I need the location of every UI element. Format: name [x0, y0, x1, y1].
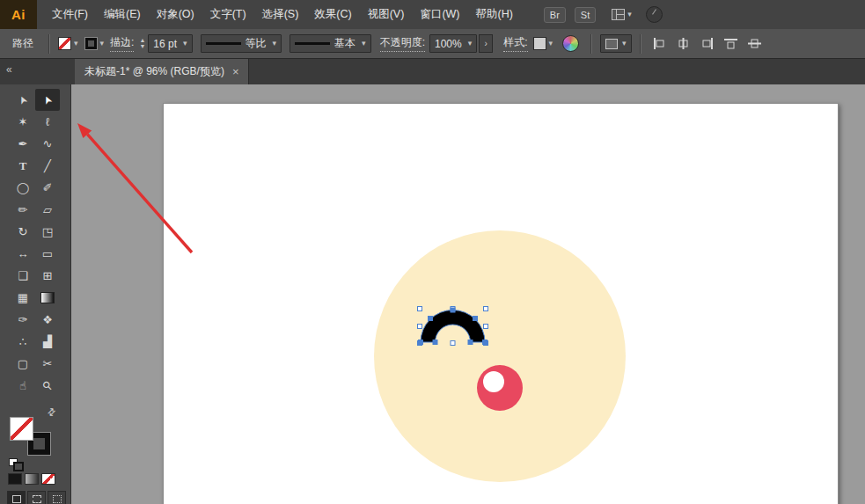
tool-column-graph[interactable]: ▟ [35, 331, 60, 353]
tool-slice[interactable]: ✂ [35, 353, 60, 375]
menu-bar-buttons: Br St ▾ [544, 6, 663, 23]
width-profile-dropdown[interactable]: 等比 ▾ [201, 34, 282, 53]
chevron-down-icon: ▾ [362, 40, 366, 47]
eraser-tool-icon: ▱ [43, 203, 52, 216]
app-logo: Ai [0, 0, 37, 29]
horizontal-align-center-icon[interactable] [677, 38, 690, 49]
menu-effect[interactable]: 效果(C) [306, 7, 359, 22]
menu-select[interactable]: 选择(S) [254, 7, 307, 22]
perspective-grid-tool-icon: ⊞ [43, 269, 53, 282]
tool-paintbrush[interactable]: ✐ [35, 177, 60, 199]
tool-selection[interactable]: ➤ [11, 89, 35, 111]
brush-definition-value: 基本 [334, 36, 356, 51]
fill-color-swatch[interactable] [10, 417, 33, 441]
tool-artboard[interactable]: ▢ [11, 353, 35, 375]
tool-scale[interactable]: ◳ [35, 221, 60, 243]
draw-normal-button[interactable] [7, 491, 26, 504]
close-tab-icon[interactable]: × [232, 66, 239, 77]
none-button[interactable] [41, 473, 55, 485]
draw-behind-button[interactable] [27, 491, 46, 504]
chevron-down-icon: ▾ [549, 40, 553, 47]
tool-line-segment[interactable]: ╱ [35, 155, 60, 177]
gradient-tool-icon [40, 292, 55, 303]
tool-hand[interactable]: ☝ [11, 375, 35, 397]
tool-zoom[interactable]: ⚲ [35, 375, 60, 397]
stroke-panel-link[interactable]: 描边: [110, 35, 134, 52]
tool-rotate[interactable]: ↻ [11, 221, 35, 243]
stroke-box-swatch-icon [84, 37, 98, 50]
tool-eyedropper[interactable]: ✑ [11, 309, 35, 331]
menu-object[interactable]: 对象(O) [149, 7, 202, 22]
brush-preview-icon [295, 42, 330, 45]
menu-file[interactable]: 文件(F) [44, 7, 96, 22]
blend-tool-icon: ❖ [42, 313, 53, 326]
artboard[interactable] [163, 103, 839, 504]
fill-color-dropdown[interactable]: ▾ [58, 37, 78, 50]
tool-pen[interactable]: ✒ [11, 133, 35, 155]
tool-symbol-sprayer[interactable]: ∴ [11, 331, 35, 353]
tool-shape-builder[interactable]: ❑ [11, 265, 35, 287]
tool-direct-selection[interactable]: ➤ [35, 89, 60, 111]
brush-definition-dropdown[interactable]: 基本 ▾ [290, 34, 371, 53]
tool-ellipse[interactable]: ◯ [11, 177, 35, 199]
menu-view[interactable]: 视图(V) [360, 7, 413, 22]
stroke-weight-value: 16 pt [153, 38, 177, 50]
align-buttons [653, 38, 761, 49]
chevron-down-icon: ▾ [273, 40, 277, 47]
tool-pencil[interactable]: ✏ [11, 199, 35, 221]
tool-mesh[interactable]: ▦ [11, 287, 35, 309]
tool-gradient[interactable] [35, 287, 60, 309]
document-tab[interactable]: 未标题-1* @ 96% (RGB/预览) × [75, 59, 249, 84]
draw-inside-button[interactable] [48, 491, 66, 504]
document-tab-title: 未标题-1* @ 96% (RGB/预览) [84, 64, 224, 79]
zoom-tool-icon: ⚲ [40, 378, 55, 393]
tool-curvature[interactable]: ∿ [35, 133, 60, 155]
stroke-weight-stepper[interactable]: ▲ ▼ [139, 38, 145, 49]
bridge-button[interactable]: Br [544, 7, 566, 23]
horizontal-align-left-icon[interactable] [653, 38, 666, 49]
tool-magic-wand[interactable]: ✶ [11, 111, 35, 133]
vertical-align-top-icon[interactable] [724, 38, 737, 49]
vertical-align-center-icon[interactable] [748, 38, 761, 49]
menu-help[interactable]: 帮助(H) [468, 7, 521, 22]
stepper-down-icon[interactable]: ▼ [139, 44, 145, 49]
horizontal-align-right-icon[interactable] [700, 38, 714, 49]
tool-eraser[interactable]: ▱ [35, 199, 60, 221]
default-fill-stroke-icon[interactable] [9, 458, 21, 469]
search-dial-icon[interactable] [646, 6, 663, 23]
mesh-tool-icon: ▦ [18, 291, 28, 304]
eyedropper-tool-icon: ✑ [18, 313, 28, 326]
stroke-weight-dropdown[interactable]: 16 pt ▾ [148, 34, 192, 53]
magic-wand-tool-icon: ✶ [18, 115, 28, 128]
tool-free-transform[interactable]: ▭ [35, 243, 60, 265]
opacity-expand-button[interactable]: › [479, 34, 493, 53]
color-button[interactable] [8, 473, 22, 485]
recolor-artwork-icon[interactable] [562, 35, 579, 52]
opacity-panel-link[interactable]: 不透明度: [380, 35, 425, 52]
tool-blend[interactable]: ❖ [35, 309, 60, 331]
opacity-dropdown[interactable]: 100% ▾ [429, 34, 477, 53]
direct-selection-tool-icon: ➤ [40, 93, 55, 106]
menu-edit[interactable]: 编辑(E) [96, 7, 149, 22]
tool-perspective-grid[interactable]: ⊞ [35, 265, 60, 287]
align-to-dropdown[interactable]: ▾ [600, 34, 632, 53]
stroke-color-dropdown[interactable]: ▾ [84, 37, 105, 50]
style-dropdown[interactable]: ▾ [533, 37, 553, 50]
style-panel-link[interactable]: 样式: [503, 35, 527, 52]
line-segment-tool-icon: ╱ [44, 159, 51, 172]
drawing-mode-buttons [7, 491, 66, 504]
document-icon [605, 39, 618, 49]
collapse-panel-icon[interactable]: « [6, 63, 12, 76]
menu-type[interactable]: 文字(T) [202, 7, 254, 22]
tool-type[interactable]: T [11, 155, 35, 177]
swap-fill-stroke-icon[interactable]: ⇄ [45, 405, 59, 420]
tool-width[interactable]: ↔ [11, 243, 35, 265]
control-bar: 路径 ▾ ▾ 描边: ▲ ▼ 16 pt ▾ 等比 ▾ 基本 ▾ 不透明度: 1… [0, 29, 865, 59]
stock-button[interactable]: St [575, 7, 596, 23]
arrange-documents-dropdown[interactable]: ▾ [612, 9, 632, 20]
menu-window[interactable]: 窗口(W) [412, 7, 467, 22]
context-label: 路径 [12, 36, 33, 51]
tool-lasso[interactable]: ℓ [35, 111, 60, 133]
tool-grid: ➤➤✶ℓ✒∿T╱◯✐✏▱↻◳↔▭❑⊞▦✑❖∴▟▢✂☝⚲ [0, 84, 70, 397]
gradient-button[interactable] [25, 473, 39, 485]
